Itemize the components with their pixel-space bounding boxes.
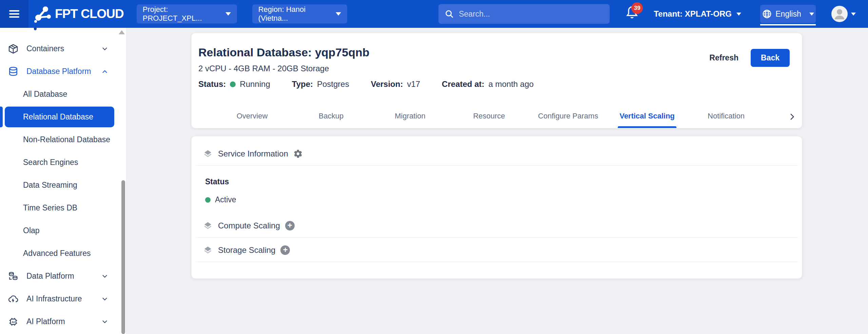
sidebar-item-relational-database[interactable]: Relational Database xyxy=(0,106,126,128)
sidebar-item-label: AI Platform xyxy=(26,317,65,326)
sidebar-item-label: AI Infrastructure xyxy=(26,294,82,303)
page-title: Relational Database: yqp75qnb xyxy=(198,46,790,58)
caret-down-icon xyxy=(225,12,231,16)
database-icon xyxy=(8,66,19,77)
sidebar-item-label: Data Platform xyxy=(26,272,74,281)
person-icon xyxy=(831,6,848,22)
tab-configure-params[interactable]: Configure Params xyxy=(529,104,608,128)
caret-down-icon xyxy=(736,13,741,16)
menu-toggle-button[interactable] xyxy=(0,0,28,28)
user-menu[interactable] xyxy=(831,6,856,22)
tab-backup[interactable]: Backup xyxy=(292,104,371,128)
notification-count-badge: 39 xyxy=(631,2,643,14)
cloud-bolt-icon xyxy=(8,293,19,305)
sidebar-item-data-platform[interactable]: Data Platform xyxy=(0,265,126,287)
brand-name: FPT CLOUD xyxy=(55,7,124,21)
refresh-button[interactable]: Refresh xyxy=(709,53,738,62)
sidebar-item-ai-platform[interactable]: AI AI Platform xyxy=(0,310,126,333)
tab-overview[interactable]: Overview xyxy=(213,104,292,128)
section-title: Storage Scaling xyxy=(218,245,275,255)
search-input[interactable] xyxy=(459,10,604,19)
vertical-scaling-panel: Service Information Status Active xyxy=(191,136,802,279)
instance-specs: 2 vCPU - 4GB RAM - 20GB Storage xyxy=(198,64,790,73)
sidebar-item-label: Containers xyxy=(26,44,64,53)
status-dot-green xyxy=(230,81,236,87)
brand-logo[interactable]: FPT CLOUD xyxy=(34,5,124,23)
tenant-selector[interactable]: Tenant: XPLAT-ORG xyxy=(654,9,741,19)
sidebar-item-advanced-features[interactable]: Advanced Features xyxy=(0,242,126,265)
svg-text:AI: AI xyxy=(12,320,15,324)
instance-meta-row: Status: Running Type: Postgres Version: … xyxy=(198,79,790,89)
status-field-value: Active xyxy=(205,195,802,204)
sidebar-item-time-series-db[interactable]: Time Series DB xyxy=(0,197,126,219)
caret-down-icon xyxy=(336,12,341,16)
sidebar: Containers Database Platform All Databas… xyxy=(0,28,126,334)
chevron-down-icon xyxy=(101,318,108,326)
active-edge-bar xyxy=(0,107,3,127)
global-search xyxy=(438,4,610,24)
language-label: English xyxy=(775,10,801,19)
storage-scaling-section: Storage Scaling + xyxy=(192,238,802,255)
region-selector[interactable]: Region: Hanoi (Vietna... xyxy=(252,4,347,23)
tab-resource[interactable]: Resource xyxy=(450,104,529,128)
section-title: Compute Scaling xyxy=(218,221,280,230)
scrollbar-up-arrow[interactable] xyxy=(119,30,125,34)
section-title: Service Information xyxy=(218,149,288,159)
compute-scaling-section: Compute Scaling + xyxy=(192,204,802,231)
meta-version: Version: v17 xyxy=(371,79,420,89)
sidebar-item-non-relational-database[interactable]: Non-Relational Database xyxy=(0,128,126,151)
package-icon xyxy=(8,43,19,55)
tabs-overflow-chevron-right[interactable] xyxy=(788,112,796,121)
add-compute-scaling-button[interactable]: + xyxy=(285,221,295,230)
status-value: Running xyxy=(240,79,270,89)
detail-tabs: Overview Backup Migration Resource Confi… xyxy=(213,104,766,128)
chevron-down-icon xyxy=(101,273,108,280)
ai-chip-icon: AI xyxy=(8,316,19,328)
status-field-label: Status xyxy=(205,177,802,186)
sidebar-item-label: Database Platform xyxy=(26,67,91,76)
sidebar-item-data-streaming[interactable]: Data Streaming xyxy=(0,174,126,197)
tab-vertical-scaling[interactable]: Vertical Scaling xyxy=(608,104,687,128)
notifications-button[interactable]: 39 xyxy=(625,5,640,23)
layers-icon xyxy=(203,245,213,255)
card-actions: Refresh Back xyxy=(709,49,790,67)
sidebar-item-containers[interactable]: Containers xyxy=(0,37,126,60)
status-dot-green xyxy=(205,197,211,203)
add-storage-scaling-button[interactable]: + xyxy=(280,245,290,255)
fpt-molecule-icon xyxy=(34,5,52,23)
meta-created: Created at: a month ago xyxy=(442,79,534,89)
type-value: Postgres xyxy=(317,79,349,89)
service-information-section: Service Information xyxy=(192,136,802,159)
divider xyxy=(196,262,798,262)
chevron-down-icon xyxy=(101,45,108,53)
sidebar-item-ai-infrastructure[interactable]: AI Infrastructure xyxy=(0,287,126,310)
tab-notification[interactable]: Notification xyxy=(687,104,766,128)
top-header: FPT CLOUD Project: PROJECT_XPL... Region… xyxy=(0,0,868,28)
project-selector-label: Project: PROJECT_XPL... xyxy=(143,5,221,23)
sidebar-item-search-engines[interactable]: Search Engines xyxy=(0,151,126,174)
data-stacks-icon xyxy=(8,271,19,282)
region-selector-label: Region: Hanoi (Vietna... xyxy=(258,5,331,23)
globe-icon xyxy=(762,9,772,19)
meta-status: Status: Running xyxy=(198,79,270,89)
tenant-label: Tenant: XPLAT-ORG xyxy=(654,9,732,19)
divider xyxy=(196,165,798,166)
tab-migration[interactable]: Migration xyxy=(371,104,450,128)
gear-icon[interactable] xyxy=(293,149,303,159)
chevron-up-icon xyxy=(101,68,108,75)
hamburger-icon xyxy=(9,8,19,19)
caret-down-icon xyxy=(851,13,856,16)
back-button[interactable]: Back xyxy=(751,49,790,67)
layers-icon xyxy=(203,149,213,159)
project-selector[interactable]: Project: PROJECT_XPL... xyxy=(137,4,237,23)
search-icon xyxy=(445,9,454,19)
meta-type: Type: Postgres xyxy=(292,79,349,89)
sidebar-item-all-database[interactable]: All Database xyxy=(0,83,126,106)
sidebar-item-database-platform[interactable]: Database Platform xyxy=(0,60,126,83)
main-content: Relational Database: yqp75qnb 2 vCPU - 4… xyxy=(126,28,868,334)
layers-icon xyxy=(203,221,213,231)
chevron-down-icon xyxy=(101,295,108,303)
language-selector[interactable]: English xyxy=(760,5,816,23)
service-status-block: Status Active xyxy=(192,177,802,204)
sidebar-item-olap[interactable]: Olap xyxy=(0,219,126,242)
